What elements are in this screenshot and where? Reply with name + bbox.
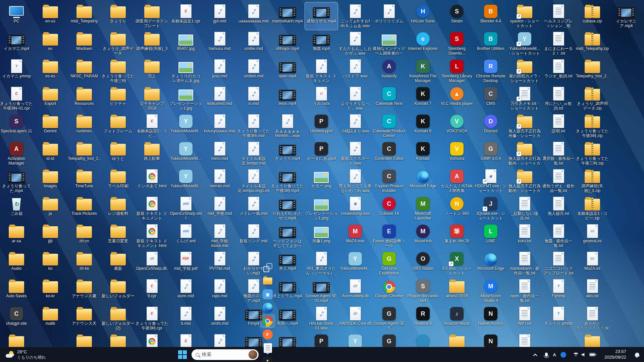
desktop-icon[interactable]: ♪kotusytuaaus.mid bbox=[203, 112, 236, 140]
desktop-icon[interactable]: ko bbox=[34, 250, 67, 277]
desktop-icon[interactable]: ko-kr bbox=[34, 277, 67, 305]
tray-overflow-button[interactable] bbox=[531, 349, 540, 360]
desktop-icon[interactable]: まにまにわーる２！.txt bbox=[542, 30, 575, 57]
desktop-icon[interactable]: ♪uaaaaaaaaa.mid bbox=[237, 2, 270, 30]
desktop-icon[interactable]: 死にたい_ゅ歌詞.txt bbox=[542, 85, 575, 112]
desktop-icon[interactable]: C名称未設定1.cpr bbox=[169, 2, 202, 30]
desktop-icon[interactable]: きょうり_調声用データ.zip bbox=[576, 85, 609, 112]
desktop-icon[interactable]: Telepathy_Inst_2... bbox=[576, 57, 609, 85]
desktop-icon[interactable]: C bbox=[169, 332, 202, 347]
desktop-icon[interactable]: ♪HALion Sonic 01.wav bbox=[305, 305, 338, 332]
desktop-icon[interactable]: きょうり食ってた午後3時.mp4 bbox=[271, 167, 304, 195]
ime-indicator[interactable]: A bbox=[553, 352, 556, 357]
desktop-icon[interactable]: CCrypton Product Installer bbox=[373, 167, 406, 195]
desktop-icon[interactable]: ラジオ_歌詞.txt bbox=[542, 57, 575, 85]
desktop-icon[interactable]: C9.cpr bbox=[136, 277, 168, 305]
desktop-icon[interactable]: malib bbox=[34, 305, 67, 332]
desktop-icon[interactable]: ♪こってぉh すおf ds b ふぉあ.wav bbox=[339, 2, 372, 30]
desktop-icon[interactable]: X↗9.5.xlsx - ショートカット bbox=[440, 250, 473, 277]
desktop-icon[interactable]: N bbox=[474, 332, 507, 347]
desktop-icon[interactable]: ♪PVTNd.mid bbox=[203, 250, 236, 277]
desktop-icon[interactable]: ar-sa bbox=[0, 222, 33, 250]
desktop-icon[interactable]: ゆうと bbox=[102, 140, 135, 167]
desktop-icon[interactable]: 新しいフォルダー (2) bbox=[102, 305, 135, 332]
desktop-icon[interactable]: ↗無人販売不正行為動画 - ショートカット bbox=[508, 140, 541, 167]
desktop-icon[interactable]: イカマニ.mp4 bbox=[0, 30, 33, 57]
desktop-icon[interactable]: dllAccessibility.dll bbox=[339, 277, 372, 305]
desktop-icon[interactable]: LSteinberg Library Manager bbox=[440, 57, 473, 85]
desktop-icon[interactable]: ♪001_東北きりたん（ノーマル）_今じゃ... bbox=[305, 250, 338, 277]
desktop-icon[interactable]: dllAWSSDK.Core.dll bbox=[339, 305, 372, 332]
desktop-icon[interactable]: ↻ごみ箱 bbox=[0, 195, 33, 222]
desktop-icon[interactable]: 新規 テキスト ドキュメント.html bbox=[136, 222, 168, 250]
desktop-icon[interactable]: iniMoZA.ini bbox=[576, 250, 609, 277]
desktop-icon[interactable]: PC bbox=[0, 2, 33, 30]
desktop-icon[interactable]: 無人販売.txt bbox=[542, 195, 575, 222]
desktop-icon[interactable]: runtimes bbox=[68, 112, 101, 140]
desktop-icon[interactable]: J↗JQuake.exe - ショートカット bbox=[474, 195, 507, 222]
desktop-icon[interactable] bbox=[271, 332, 304, 347]
notification-button[interactable] bbox=[633, 349, 641, 360]
desktop-icon[interactable]: zh-tw bbox=[68, 250, 101, 277]
desktop-icon[interactable]: MMuseHub bbox=[407, 222, 439, 250]
desktop-icon[interactable]: きょうり食ってた午後3時.zip bbox=[576, 112, 609, 140]
desktop-icon[interactable]: GGeForce Experience bbox=[373, 250, 406, 277]
desktop-icon[interactable]: ♪mid_学校muse.mid bbox=[203, 222, 236, 250]
desktop-icon[interactable]: ▣↗HDDFMT.exe - ショートカット bbox=[474, 167, 507, 195]
desktop-icon[interactable]: xmlくらげ.xml bbox=[169, 222, 202, 250]
desktop-icon[interactable]: SSteam bbox=[440, 2, 473, 30]
desktop-icon[interactable]: YYukkuriMovieM... bbox=[339, 250, 372, 277]
desktop-icon[interactable]: きょうり食ってた午後三時.zip bbox=[576, 140, 609, 167]
desktop-icon[interactable]: NKSC_PARAM bbox=[68, 57, 101, 85]
desktop-icon[interactable] bbox=[576, 332, 609, 347]
desktop-icon[interactable]: SSpectraLayers 11 bbox=[0, 112, 33, 140]
desktop-icon[interactable]: KKontakt 7 bbox=[407, 85, 439, 112]
desktop-icon[interactable] bbox=[440, 332, 473, 347]
desktop-icon[interactable]: ♪aorin.mid bbox=[169, 277, 202, 305]
desktop-icon[interactable]: xmlOpenCvSharp.xml bbox=[169, 195, 202, 222]
taskbar-app-microsoft-store[interactable]: ▣ bbox=[260, 288, 275, 301]
desktop-icon[interactable]: Y bbox=[339, 332, 372, 347]
desktop-icon[interactable]: だれもFXいれたやつ.mp4 bbox=[271, 195, 304, 222]
desktop-icon[interactable]: Microsoft Edge bbox=[407, 167, 439, 195]
taskbar-app-task-view[interactable] bbox=[260, 261, 275, 274]
desktop-icon[interactable]: 65407.jpg bbox=[169, 30, 202, 57]
desktop-icon[interactable]: 孤独なインディゲーム開発者の一生.... bbox=[373, 30, 406, 57]
desktop-icon[interactable]: G bbox=[373, 332, 406, 347]
desktop-icon[interactable]: ニコニコバックアップロード.txt bbox=[542, 250, 575, 277]
desktop-icon[interactable]: ↗家の防犯カメラ - ショートカット bbox=[508, 57, 541, 85]
search-box[interactable]: 検索 bbox=[192, 349, 259, 360]
desktop-icon[interactable]: YFymmp bbox=[542, 277, 575, 305]
desktop-icon[interactable]: YYukkuriMovieM... bbox=[169, 112, 202, 140]
desktop-icon[interactable]: CCakewalk Next bbox=[373, 85, 406, 112]
desktop-icon[interactable]: 父子キャンプ2018 bbox=[136, 85, 168, 112]
desktop-icon[interactable]: ♪あぁぁぁぁぁhhhhhh....wav bbox=[271, 112, 304, 140]
desktop-icon[interactable]: MMoZA.exe bbox=[339, 222, 372, 250]
desktop-icon[interactable]: Pおーまにあ.ppsf bbox=[305, 140, 338, 167]
desktop-icon[interactable]: CController Editor bbox=[373, 140, 406, 167]
desktop-icon[interactable]: manisekarin.mp4 bbox=[271, 2, 304, 30]
desktop-icon[interactable]: ♪hamusu.mid bbox=[203, 30, 236, 57]
desktop-icon[interactable]: AAudacity bbox=[373, 57, 406, 85]
desktop-icon[interactable]: eInternet Explorer bbox=[407, 30, 439, 57]
desktop-icon[interactable]: zh-cn bbox=[68, 222, 101, 250]
desktop-icon[interactable]: アナウンス夏 bbox=[68, 277, 101, 305]
desktop-icon[interactable]: ▲VLC media player bbox=[440, 85, 473, 112]
desktop-icon[interactable]: cubase.zip bbox=[576, 2, 609, 30]
desktop-icon[interactable]: open.mp4 bbox=[271, 57, 304, 85]
desktop-icon[interactable]: ヘッドフォンはずしててよかった.mp4 bbox=[271, 222, 304, 250]
desktop-icon[interactable]: 無題 - 親作品一覧.txt bbox=[542, 222, 575, 250]
desktop-icon[interactable]: ♪小銭詰まり.wav bbox=[339, 112, 372, 140]
desktop-icon[interactable]: ♪ bbox=[203, 332, 236, 347]
desktop-icon[interactable]: Aかんたん！AITalk 3 関西風 bbox=[440, 167, 473, 195]
taskbar-app-google-chrome[interactable] bbox=[260, 314, 275, 328]
start-button[interactable] bbox=[175, 348, 190, 361]
desktop-icon[interactable]: _起動しない場合.txt bbox=[508, 195, 541, 222]
desktop-icon[interactable] bbox=[68, 332, 101, 347]
desktop-icon[interactable]: ♪新規 テキスト ドキュメント.musicxml bbox=[305, 57, 338, 85]
taskbar-app-terminal[interactable]: Σ bbox=[260, 355, 275, 362]
desktop-icon[interactable]: jijii bbox=[34, 222, 67, 250]
desktop-icon[interactable]: 路上駐車 bbox=[136, 140, 168, 167]
desktop-icon[interactable]: Auto Saves bbox=[0, 277, 33, 305]
desktop-icon[interactable]: id-id bbox=[34, 140, 67, 167]
